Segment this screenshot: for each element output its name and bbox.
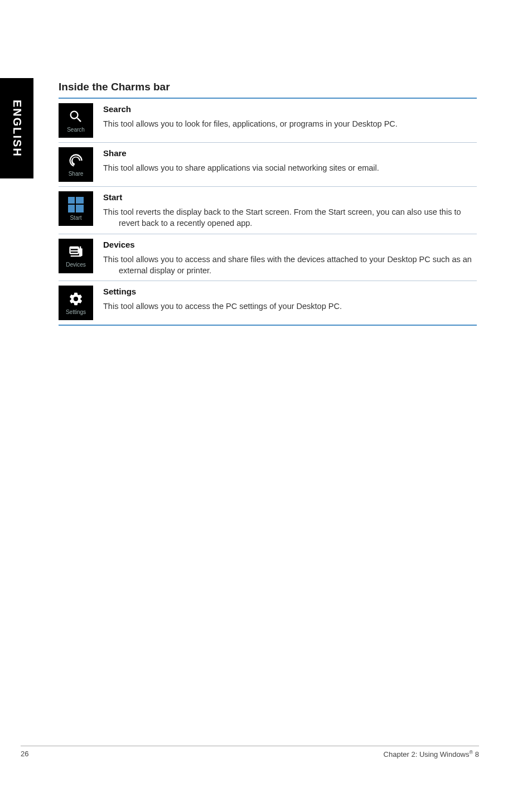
charm-desc: This tool allows you to look for files, …: [119, 118, 477, 129]
charm-row-settings: Settings Settings This tool allows you t…: [59, 281, 477, 325]
charm-row-share: Share Share This tool allows you to shar…: [59, 143, 477, 186]
section-heading: Inside the Charms bar: [59, 81, 477, 93]
language-label: ENGLISH: [11, 100, 23, 157]
start-icon: [68, 197, 84, 212]
charm-row-start: Start Start This tool reverts the displa…: [59, 187, 477, 234]
charm-title: Search: [103, 104, 477, 114]
divider-bottom: [59, 325, 477, 326]
charm-text-block: Share This tool allows you to share appl…: [103, 147, 477, 173]
charm-text-block: Start This tool reverts the display back…: [103, 191, 477, 229]
chapter-label: Chapter 2: Using Windows® 8: [384, 750, 479, 758]
charm-icon-settings: Settings: [59, 286, 93, 320]
charm-desc: This tool allows you to access and share…: [119, 254, 477, 277]
charm-desc: This tool reverts the display back to th…: [119, 206, 477, 229]
charm-title: Devices: [103, 240, 477, 249]
share-icon: [68, 153, 84, 168]
charm-text-block: Devices This tool allows you to access a…: [103, 239, 477, 277]
settings-icon: [68, 291, 84, 307]
charm-icon-start: Start: [59, 191, 93, 226]
charm-title: Share: [103, 148, 477, 158]
main-content: Inside the Charms bar Search Search This…: [59, 81, 477, 326]
charm-icon-label: Search: [67, 127, 85, 133]
charm-icon-label: Start: [70, 215, 81, 221]
charm-desc: This tool allows you to access the PC se…: [119, 301, 477, 312]
charm-row-devices: Devices Devices This tool allows you to …: [59, 234, 477, 281]
charm-title: Settings: [103, 287, 477, 296]
search-icon: [68, 109, 84, 124]
language-sidebar: ENGLISH: [0, 78, 33, 178]
page-number: 26: [21, 750, 28, 758]
devices-icon: [68, 244, 84, 259]
charm-icon-label: Settings: [66, 309, 86, 315]
charm-icon-label: Share: [69, 171, 84, 177]
charm-icon-devices: Devices: [59, 239, 93, 273]
charm-icon-search: Search: [59, 103, 93, 138]
charm-desc: This tool allows you to share applicatio…: [119, 162, 477, 173]
charm-text-block: Settings This tool allows you to access …: [103, 286, 477, 312]
charm-text-block: Search This tool allows you to look for …: [103, 103, 477, 129]
charm-title: Start: [103, 192, 477, 202]
charm-icon-label: Devices: [66, 262, 86, 268]
charm-icon-share: Share: [59, 147, 93, 182]
svg-rect-1: [79, 248, 83, 256]
charm-row-search: Search Search This tool allows you to lo…: [59, 99, 477, 142]
page-footer: 26 Chapter 2: Using Windows® 8: [21, 746, 479, 758]
